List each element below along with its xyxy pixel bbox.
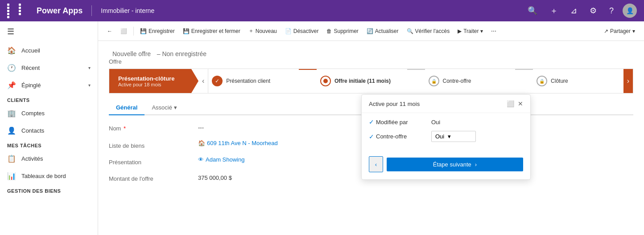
tab-general[interactable]: Général bbox=[109, 101, 144, 115]
sidebar-item-dashboard-label: Tableaux de bord bbox=[21, 173, 66, 179]
share-button[interactable]: ↗ Partager ▾ bbox=[600, 26, 639, 36]
settings-icon[interactable]: ⚙ bbox=[586, 4, 600, 17]
content-area: ← ⬜ 💾 Enregistrer 💾 Enregistrer et ferme… bbox=[98, 21, 644, 235]
popup-field-value-1: Oui bbox=[431, 119, 440, 126]
sidebar-item-dashboard[interactable]: 📊 Tableaux de bord bbox=[0, 167, 98, 185]
sidebar-section-clients: Clients bbox=[0, 94, 98, 105]
filter-icon[interactable]: ⊿ bbox=[567, 4, 581, 17]
popup-field-1: ✓ Modifiée par Oui bbox=[369, 118, 523, 126]
popup-footer: ‹ Étape suivante › bbox=[362, 153, 530, 179]
chevron-down-icon: ▾ bbox=[88, 65, 91, 70]
add-icon[interactable]: ＋ bbox=[546, 4, 561, 18]
form-value-nom[interactable]: --- bbox=[198, 122, 204, 133]
sidebar-item-pinned[interactable]: 📌 Épinglé ▾ bbox=[0, 77, 98, 94]
sidebar-item-home[interactable]: 🏠 Accueil bbox=[0, 42, 98, 59]
stage-step-4[interactable]: 🔒 Clôture bbox=[533, 69, 623, 93]
sidebar-section-tasks: Mes tâches bbox=[0, 139, 98, 150]
back-icon: ← bbox=[107, 28, 112, 34]
app-brand: Power Apps bbox=[37, 6, 83, 16]
presentation-icon: 👁 bbox=[198, 156, 204, 163]
stage-next-icon: › bbox=[627, 77, 629, 85]
deactivate-button[interactable]: 📄 Désactiver bbox=[281, 26, 322, 36]
user-avatar[interactable]: 👤 bbox=[623, 4, 637, 18]
nav-divider bbox=[91, 5, 92, 16]
stage-prev-button[interactable]: ‹ bbox=[198, 69, 208, 93]
save-close-button[interactable]: 💾 Enregistrer et fermer bbox=[179, 26, 244, 36]
expand-button[interactable]: ⬜ bbox=[117, 26, 131, 36]
sidebar-item-activities[interactable]: 📋 Activités bbox=[0, 150, 98, 167]
tab-associe[interactable]: Associé ▾ bbox=[144, 101, 184, 114]
back-button[interactable]: ← bbox=[103, 26, 116, 36]
recent-icon: 🕐 bbox=[7, 64, 16, 72]
verify-icon: 🔍 bbox=[407, 28, 413, 34]
popup-expand-icon[interactable]: ⬜ bbox=[507, 100, 514, 107]
chevron-down-icon-2: ▾ bbox=[88, 83, 91, 88]
required-indicator: * bbox=[124, 125, 126, 132]
sidebar-section-biens: Gestion des biens bbox=[0, 185, 98, 195]
stage-next-button[interactable]: › bbox=[623, 69, 633, 93]
check-icon-1: ✓ bbox=[369, 118, 374, 126]
comptes-icon: 🏢 bbox=[7, 109, 16, 118]
refresh-icon: 🔄 bbox=[367, 28, 373, 34]
form-value-liste[interactable]: 🏠 609 11th Ave N - Moorhead bbox=[198, 140, 278, 146]
stage-step-2[interactable]: Offre initiale (11 mois) bbox=[317, 69, 407, 93]
delete-button[interactable]: 🗑 Supprimer bbox=[323, 26, 362, 36]
process-chevron-icon: ▾ bbox=[480, 28, 483, 34]
form-label-liste: Liste de biens bbox=[109, 140, 198, 149]
stage-connector-3 bbox=[515, 69, 533, 70]
search-icon[interactable]: 🔍 bbox=[524, 4, 541, 17]
popup-close-icon[interactable]: ✕ bbox=[518, 100, 523, 107]
app-grid-icon[interactable] bbox=[7, 4, 29, 18]
pin-icon: 📌 bbox=[7, 81, 16, 89]
popup-next-button[interactable]: Étape suivante › bbox=[387, 158, 523, 171]
popup-body: ✓ Modifiée par Oui ✓ Contre-offre Oui bbox=[362, 113, 530, 153]
liste-icon: 🏠 bbox=[198, 140, 205, 146]
popup-field-label-1: ✓ Modifiée par bbox=[369, 118, 431, 126]
main-layout: ☰ 🏠 Accueil 🕐 Récent ▾ 📌 Épinglé ▾ Clien… bbox=[0, 21, 644, 235]
stage-active-sublabel: Active pour 18 mois bbox=[118, 82, 174, 87]
help-icon[interactable]: ? bbox=[606, 4, 617, 17]
sidebar-item-recent[interactable]: 🕐 Récent ▾ bbox=[0, 59, 98, 77]
sidebar-toggle[interactable]: ☰ bbox=[0, 21, 98, 42]
new-button[interactable]: ＋ Nouveau bbox=[245, 25, 281, 36]
popup-prev-icon: ‹ bbox=[375, 161, 377, 168]
check-icon-2: ✓ bbox=[369, 133, 374, 140]
toolbar: ← ⬜ 💾 Enregistrer 💾 Enregistrer et ferme… bbox=[98, 21, 644, 41]
stage-popup: Active pour 11 mois ⬜ ✕ ✓ Modifiée par O… bbox=[361, 94, 531, 180]
process-button[interactable]: ▶ Traiter ▾ bbox=[454, 26, 487, 36]
new-icon: ＋ bbox=[248, 27, 254, 35]
share-icon: ↗ bbox=[604, 28, 608, 34]
sidebar-item-comptes-label: Comptes bbox=[21, 110, 45, 117]
share-chevron-icon: ▾ bbox=[632, 28, 635, 34]
page-subtitle: Offre bbox=[109, 58, 633, 65]
popup-field-select-2[interactable]: Oui ▾ bbox=[431, 131, 476, 142]
refresh-button[interactable]: 🔄 Actualiser bbox=[363, 26, 402, 36]
expand-icon: ⬜ bbox=[120, 28, 127, 34]
contacts-icon: 👤 bbox=[7, 126, 16, 135]
stage-connector-1 bbox=[299, 69, 317, 70]
sidebar-item-contacts[interactable]: 👤 Contacts bbox=[0, 122, 98, 139]
stage-active[interactable]: Présentation-clôture Active pour 18 mois bbox=[109, 69, 198, 93]
sidebar-item-comptes[interactable]: 🏢 Comptes bbox=[0, 105, 98, 122]
delete-icon: 🗑 bbox=[326, 28, 332, 34]
sidebar-item-recent-label: Récent bbox=[21, 65, 40, 71]
stage-step-3[interactable]: 🔒 Contre-offre bbox=[425, 69, 516, 93]
popup-prev-button[interactable]: ‹ bbox=[369, 156, 383, 172]
step-circle-1: ✓ bbox=[212, 76, 223, 86]
dashboard-icon: 📊 bbox=[7, 172, 16, 180]
stage-step-1[interactable]: ✓ Présentation client bbox=[208, 69, 299, 93]
form-label-nom: Nom * bbox=[109, 122, 198, 132]
home-icon: 🏠 bbox=[7, 46, 16, 55]
form-value-presentation[interactable]: 👁 Adam Showing bbox=[198, 156, 244, 163]
more-button[interactable]: ⋯ bbox=[487, 26, 500, 36]
save-button[interactable]: 💾 Enregistrer bbox=[136, 26, 178, 36]
verify-button[interactable]: 🔍 Vérifier l'accès bbox=[403, 26, 454, 36]
page-content: Nouvelle offre – Non enregistrée Offre P… bbox=[98, 41, 644, 235]
save-icon: 💾 bbox=[140, 28, 147, 34]
step-circle-4: 🔒 bbox=[537, 76, 547, 86]
select-chevron-icon: ▾ bbox=[448, 133, 451, 140]
more-icon: ⋯ bbox=[491, 28, 496, 34]
sidebar-item-pinned-label: Épinglé bbox=[21, 82, 41, 89]
activities-icon: 📋 bbox=[7, 154, 16, 163]
popup-title: Active pour 11 mois bbox=[369, 101, 420, 107]
